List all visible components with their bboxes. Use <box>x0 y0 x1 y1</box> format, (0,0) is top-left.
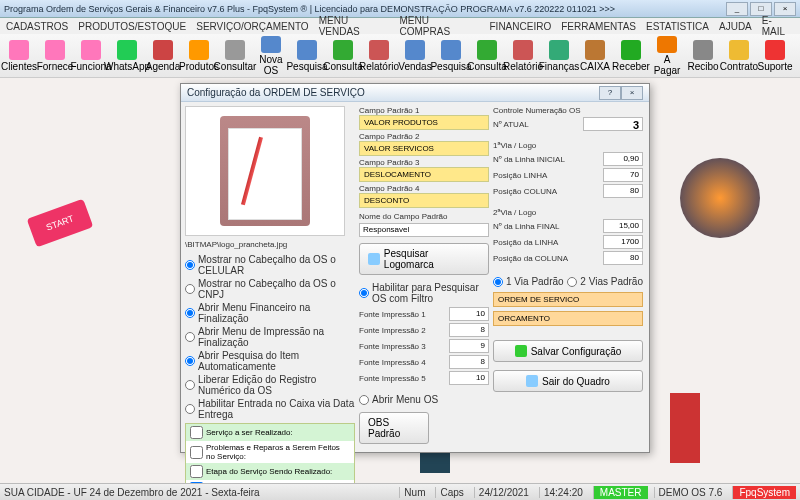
status-caps: Caps <box>435 487 467 498</box>
option-radio-2[interactable]: Abrir Menu Financeiro na Finalização <box>185 301 355 325</box>
orcamento-box[interactable]: ORCAMENTO <box>493 311 643 326</box>
main-canvas: START Configuração da ORDEM DE SERVIÇO ?… <box>0 78 800 483</box>
ordem-servico-box[interactable]: ORDEM DE SERVICO <box>493 292 643 307</box>
tool-relatório[interactable]: Relatório <box>506 36 540 76</box>
dialog-help-button[interactable]: ? <box>599 86 621 100</box>
num-atual-field[interactable]: 3 <box>583 117 643 131</box>
service-row-0[interactable]: Serviço a ser Realizado: <box>186 424 354 441</box>
campo-label-3: Campo Padrão 4 <box>359 184 489 193</box>
config-os-dialog: Configuração da ORDEM DE SERVIÇO ? × \BI… <box>180 83 650 453</box>
tool-produtos[interactable]: Produtos <box>182 36 216 76</box>
nome-campo-label: Nome do Campo Padrão <box>359 212 489 221</box>
tool-funciona[interactable]: Funciona <box>74 36 108 76</box>
campo-field-3[interactable]: DESCONTO <box>359 193 489 208</box>
via2rows-field-2[interactable]: 80 <box>603 251 643 265</box>
dialog-col-left: \BITMAP\logo_prancheta.jpg Mostrar no Ca… <box>185 106 355 483</box>
campo-field-0[interactable]: VALOR PRODUTOS <box>359 115 489 130</box>
via1rows-field-1[interactable]: 70 <box>603 168 643 182</box>
tool-nova os[interactable]: Nova OS <box>254 36 288 76</box>
tool-receber[interactable]: Receber <box>614 36 648 76</box>
campo-label-1: Campo Padrão 2 <box>359 132 489 141</box>
dialog-close-button[interactable]: × <box>621 86 643 100</box>
menu-estatistica[interactable]: ESTATISTICA <box>646 21 709 32</box>
obs-padrao-button[interactable]: OBS Padrão <box>359 412 429 444</box>
tool-vendas[interactable]: Vendas <box>398 36 432 76</box>
via2rows-field-0[interactable]: 15,00 <box>603 219 643 233</box>
status-time: 14:24:20 <box>539 487 587 498</box>
via-2-radio[interactable]: 2 Vias Padrão <box>567 275 643 288</box>
tool-fornece[interactable]: Fornece <box>38 36 72 76</box>
pesquisar-logomarca-button[interactable]: Pesquisar Logomarca <box>359 243 489 275</box>
salvar-config-button[interactable]: Salvar Configuração <box>493 340 643 362</box>
tool-consultar[interactable]: Consultar <box>218 36 252 76</box>
menubar: CADASTROSPRODUTOS/ESTOQUESERVIÇO/ORÇAMEN… <box>0 18 800 34</box>
option-radio-3[interactable]: Abrir Menu de Impressão na Finalização <box>185 325 355 349</box>
tool-caixa[interactable]: CAIXA <box>578 36 612 76</box>
service-row-2[interactable]: Etapa do Serviço Sendo Realizado: <box>186 463 354 480</box>
fonte-field-4[interactable]: 10 <box>449 371 489 385</box>
menu-ajuda[interactable]: AJUDA <box>719 21 752 32</box>
menu-serviço/orçamento[interactable]: SERVIÇO/ORÇAMENTO <box>196 21 308 32</box>
status-num: Num <box>399 487 429 498</box>
sair-quadro-button[interactable]: Sair do Quadro <box>493 370 643 392</box>
status-date: 24/12/2021 <box>474 487 533 498</box>
bg-circle <box>680 158 760 238</box>
tool-whatsapp[interactable]: WhatsApp <box>110 36 144 76</box>
bg-figure-3 <box>670 393 700 463</box>
option-radio-1[interactable]: Mostrar no Cabeçalho da OS o CNPJ <box>185 277 355 301</box>
menu-e-mail[interactable]: E-MAIL <box>762 15 794 37</box>
close-button[interactable]: × <box>774 2 796 16</box>
via1-title: 1ªVia / Logo <box>493 141 643 150</box>
tool-suporte[interactable]: Suporte <box>758 36 792 76</box>
menu-ferramentas[interactable]: FERRAMENTAS <box>561 21 636 32</box>
menu-produtos/estoque[interactable]: PRODUTOS/ESTOQUE <box>78 21 186 32</box>
service-row-1[interactable]: Problemas e Reparos a Serem Feitos no Se… <box>186 441 354 463</box>
tool-recibo[interactable]: Recibo <box>686 36 720 76</box>
tool-consulta[interactable]: Consulta <box>326 36 360 76</box>
tool-a pagar[interactable]: A Pagar <box>650 36 684 76</box>
menu-menu vendas[interactable]: MENU VENDAS <box>319 15 390 37</box>
logo-path: \BITMAP\logo_prancheta.jpg <box>185 238 355 251</box>
tool-pesquisa[interactable]: Pesquisa <box>290 36 324 76</box>
controle-title: Controle Numeração OS <box>493 106 643 115</box>
tool-consulta[interactable]: Consulta <box>470 36 504 76</box>
menu-menu compras[interactable]: MENU COMPRAS <box>400 15 480 37</box>
option-radio-4[interactable]: Abrir Pesquisa do Item Automaticamente <box>185 349 355 373</box>
dialog-title: Configuração da ORDEM DE SERVIÇO <box>187 87 599 98</box>
fonte-field-0[interactable]: 10 <box>449 307 489 321</box>
menu-financeiro[interactable]: FINANCEIRO <box>490 21 552 32</box>
fonte-field-2[interactable]: 9 <box>449 339 489 353</box>
dialog-titlebar: Configuração da ORDEM DE SERVIÇO ? × <box>181 84 649 102</box>
tool-finanças[interactable]: Finanças <box>542 36 576 76</box>
option-radio-6[interactable]: Habilitar Entrada no Caixa via Data Entr… <box>185 397 355 421</box>
via2rows-field-1[interactable]: 1700 <box>603 235 643 249</box>
campo-field-1[interactable]: VALOR SERVICOS <box>359 141 489 156</box>
menu-cadastros[interactable]: CADASTROS <box>6 21 68 32</box>
toolbar: ClientesForneceFuncionaWhatsAppAgendaPro… <box>0 34 800 78</box>
habilitar-filtro-radio[interactable]: Habilitar para Pesquisar OS com Filtro <box>359 281 489 305</box>
abrir-menu-os-radio[interactable]: Abrir Menu OS <box>359 393 489 406</box>
via1rows-field-2[interactable]: 80 <box>603 184 643 198</box>
option-radio-0[interactable]: Mostrar no Cabeçalho da OS o CELULAR <box>185 253 355 277</box>
via-1-radio[interactable]: 1 Via Padrão <box>493 275 564 288</box>
tool-contrato[interactable]: Contrato <box>722 36 756 76</box>
fonte-field-3[interactable]: 8 <box>449 355 489 369</box>
fonte-field-1[interactable]: 8 <box>449 323 489 337</box>
dialog-col-right: Controle Numeração OS Nº ATUAL3 1ªVia / … <box>493 106 643 483</box>
tool-clientes[interactable]: Clientes <box>2 36 36 76</box>
campo-label-2: Campo Padrão 3 <box>359 158 489 167</box>
status-demo: DEMO OS 7.6 <box>654 487 727 498</box>
nome-campo-input[interactable]: Responsavel <box>359 223 489 237</box>
window-controls: _ □ × <box>726 2 796 16</box>
tool-pesquisa[interactable]: Pesquisa <box>434 36 468 76</box>
campo-field-2[interactable]: DESLOCAMENTO <box>359 167 489 182</box>
tool-agenda[interactable]: Agenda <box>146 36 180 76</box>
status-system: FpqSystem <box>732 486 796 499</box>
via1rows-field-0[interactable]: 0,90 <box>603 152 643 166</box>
window-title: Programa Ordem de Serviços Gerais & Fina… <box>4 4 726 14</box>
tool-relatório[interactable]: Relatório <box>362 36 396 76</box>
maximize-button[interactable]: □ <box>750 2 772 16</box>
option-radio-5[interactable]: Liberar Edição do Registro Numérico da O… <box>185 373 355 397</box>
minimize-button[interactable]: _ <box>726 2 748 16</box>
status-date-text: SUA CIDADE - UF 24 de Dezembro de 2021 -… <box>4 487 393 498</box>
